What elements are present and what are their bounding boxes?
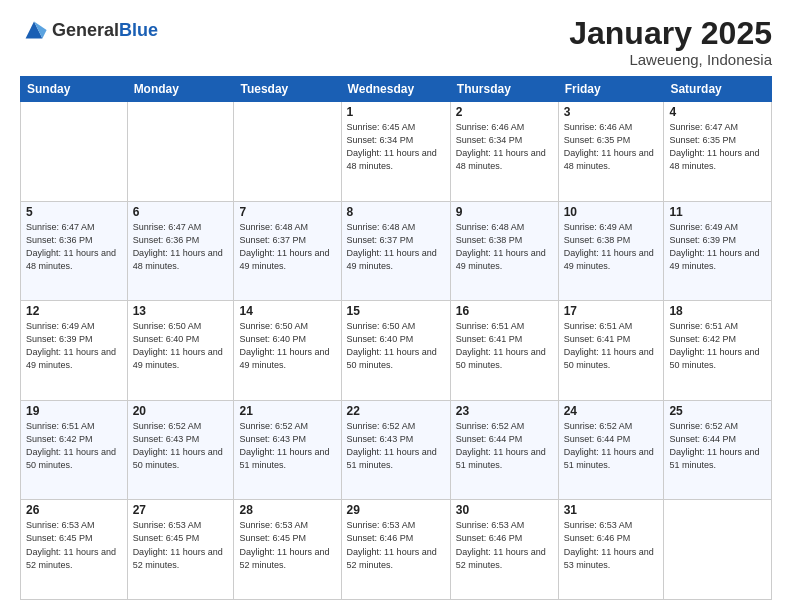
day-number: 9 bbox=[456, 205, 553, 219]
calendar-cell bbox=[234, 102, 341, 202]
day-number: 24 bbox=[564, 404, 659, 418]
calendar-cell: 31 Sunrise: 6:53 AMSunset: 6:46 PMDaylig… bbox=[558, 500, 664, 600]
calendar-cell: 20 Sunrise: 6:52 AMSunset: 6:43 PMDaylig… bbox=[127, 400, 234, 500]
weekday-header-row: Sunday Monday Tuesday Wednesday Thursday… bbox=[21, 77, 772, 102]
logo-text-blue: Blue bbox=[119, 20, 158, 40]
day-number: 18 bbox=[669, 304, 766, 318]
calendar-cell: 18 Sunrise: 6:51 AMSunset: 6:42 PMDaylig… bbox=[664, 301, 772, 401]
day-info: Sunrise: 6:50 AMSunset: 6:40 PMDaylight:… bbox=[239, 321, 329, 370]
calendar-cell: 17 Sunrise: 6:51 AMSunset: 6:41 PMDaylig… bbox=[558, 301, 664, 401]
calendar-cell: 11 Sunrise: 6:49 AMSunset: 6:39 PMDaylig… bbox=[664, 201, 772, 301]
calendar-cell: 1 Sunrise: 6:45 AMSunset: 6:34 PMDayligh… bbox=[341, 102, 450, 202]
calendar-cell: 5 Sunrise: 6:47 AMSunset: 6:36 PMDayligh… bbox=[21, 201, 128, 301]
calendar-cell: 14 Sunrise: 6:50 AMSunset: 6:40 PMDaylig… bbox=[234, 301, 341, 401]
calendar-cell: 15 Sunrise: 6:50 AMSunset: 6:40 PMDaylig… bbox=[341, 301, 450, 401]
calendar-cell: 3 Sunrise: 6:46 AMSunset: 6:35 PMDayligh… bbox=[558, 102, 664, 202]
header-thursday: Thursday bbox=[450, 77, 558, 102]
day-number: 30 bbox=[456, 503, 553, 517]
calendar-week-row: 1 Sunrise: 6:45 AMSunset: 6:34 PMDayligh… bbox=[21, 102, 772, 202]
calendar-cell: 26 Sunrise: 6:53 AMSunset: 6:45 PMDaylig… bbox=[21, 500, 128, 600]
day-info: Sunrise: 6:49 AMSunset: 6:39 PMDaylight:… bbox=[669, 222, 759, 271]
day-number: 2 bbox=[456, 105, 553, 119]
calendar-cell: 23 Sunrise: 6:52 AMSunset: 6:44 PMDaylig… bbox=[450, 400, 558, 500]
day-info: Sunrise: 6:52 AMSunset: 6:43 PMDaylight:… bbox=[239, 421, 329, 470]
calendar-cell: 28 Sunrise: 6:53 AMSunset: 6:45 PMDaylig… bbox=[234, 500, 341, 600]
day-number: 6 bbox=[133, 205, 229, 219]
logo-text-general: General bbox=[52, 20, 119, 40]
header-tuesday: Tuesday bbox=[234, 77, 341, 102]
calendar-cell: 13 Sunrise: 6:50 AMSunset: 6:40 PMDaylig… bbox=[127, 301, 234, 401]
day-number: 5 bbox=[26, 205, 122, 219]
day-info: Sunrise: 6:47 AMSunset: 6:35 PMDaylight:… bbox=[669, 122, 759, 171]
day-number: 26 bbox=[26, 503, 122, 517]
calendar-cell bbox=[21, 102, 128, 202]
day-number: 3 bbox=[564, 105, 659, 119]
logo: GeneralBlue bbox=[20, 16, 158, 44]
day-info: Sunrise: 6:51 AMSunset: 6:41 PMDaylight:… bbox=[456, 321, 546, 370]
logo-icon bbox=[20, 16, 48, 44]
calendar-cell: 19 Sunrise: 6:51 AMSunset: 6:42 PMDaylig… bbox=[21, 400, 128, 500]
day-info: Sunrise: 6:52 AMSunset: 6:43 PMDaylight:… bbox=[133, 421, 223, 470]
day-info: Sunrise: 6:52 AMSunset: 6:44 PMDaylight:… bbox=[669, 421, 759, 470]
day-info: Sunrise: 6:51 AMSunset: 6:41 PMDaylight:… bbox=[564, 321, 654, 370]
calendar-cell bbox=[127, 102, 234, 202]
day-info: Sunrise: 6:51 AMSunset: 6:42 PMDaylight:… bbox=[669, 321, 759, 370]
day-number: 31 bbox=[564, 503, 659, 517]
calendar-cell: 6 Sunrise: 6:47 AMSunset: 6:36 PMDayligh… bbox=[127, 201, 234, 301]
day-number: 12 bbox=[26, 304, 122, 318]
calendar-cell: 16 Sunrise: 6:51 AMSunset: 6:41 PMDaylig… bbox=[450, 301, 558, 401]
day-number: 8 bbox=[347, 205, 445, 219]
title-section: January 2025 Laweueng, Indonesia bbox=[569, 16, 772, 68]
day-number: 14 bbox=[239, 304, 335, 318]
day-info: Sunrise: 6:48 AMSunset: 6:37 PMDaylight:… bbox=[347, 222, 437, 271]
calendar-cell bbox=[664, 500, 772, 600]
day-number: 15 bbox=[347, 304, 445, 318]
day-number: 17 bbox=[564, 304, 659, 318]
location-title: Laweueng, Indonesia bbox=[569, 51, 772, 68]
calendar-week-row: 26 Sunrise: 6:53 AMSunset: 6:45 PMDaylig… bbox=[21, 500, 772, 600]
calendar-cell: 27 Sunrise: 6:53 AMSunset: 6:45 PMDaylig… bbox=[127, 500, 234, 600]
day-info: Sunrise: 6:47 AMSunset: 6:36 PMDaylight:… bbox=[26, 222, 116, 271]
calendar-cell: 4 Sunrise: 6:47 AMSunset: 6:35 PMDayligh… bbox=[664, 102, 772, 202]
day-number: 7 bbox=[239, 205, 335, 219]
day-number: 16 bbox=[456, 304, 553, 318]
day-number: 1 bbox=[347, 105, 445, 119]
calendar-cell: 22 Sunrise: 6:52 AMSunset: 6:43 PMDaylig… bbox=[341, 400, 450, 500]
day-number: 19 bbox=[26, 404, 122, 418]
day-info: Sunrise: 6:52 AMSunset: 6:43 PMDaylight:… bbox=[347, 421, 437, 470]
day-number: 22 bbox=[347, 404, 445, 418]
day-info: Sunrise: 6:48 AMSunset: 6:37 PMDaylight:… bbox=[239, 222, 329, 271]
day-info: Sunrise: 6:49 AMSunset: 6:39 PMDaylight:… bbox=[26, 321, 116, 370]
day-info: Sunrise: 6:46 AMSunset: 6:35 PMDaylight:… bbox=[564, 122, 654, 171]
day-number: 20 bbox=[133, 404, 229, 418]
calendar-week-row: 12 Sunrise: 6:49 AMSunset: 6:39 PMDaylig… bbox=[21, 301, 772, 401]
day-info: Sunrise: 6:53 AMSunset: 6:45 PMDaylight:… bbox=[239, 520, 329, 569]
day-info: Sunrise: 6:47 AMSunset: 6:36 PMDaylight:… bbox=[133, 222, 223, 271]
calendar-cell: 9 Sunrise: 6:48 AMSunset: 6:38 PMDayligh… bbox=[450, 201, 558, 301]
page: GeneralBlue January 2025 Laweueng, Indon… bbox=[0, 0, 792, 612]
day-info: Sunrise: 6:52 AMSunset: 6:44 PMDaylight:… bbox=[456, 421, 546, 470]
day-info: Sunrise: 6:50 AMSunset: 6:40 PMDaylight:… bbox=[133, 321, 223, 370]
day-info: Sunrise: 6:52 AMSunset: 6:44 PMDaylight:… bbox=[564, 421, 654, 470]
calendar-cell: 30 Sunrise: 6:53 AMSunset: 6:46 PMDaylig… bbox=[450, 500, 558, 600]
calendar-cell: 21 Sunrise: 6:52 AMSunset: 6:43 PMDaylig… bbox=[234, 400, 341, 500]
day-number: 27 bbox=[133, 503, 229, 517]
calendar-week-row: 19 Sunrise: 6:51 AMSunset: 6:42 PMDaylig… bbox=[21, 400, 772, 500]
day-number: 29 bbox=[347, 503, 445, 517]
calendar-week-row: 5 Sunrise: 6:47 AMSunset: 6:36 PMDayligh… bbox=[21, 201, 772, 301]
day-info: Sunrise: 6:50 AMSunset: 6:40 PMDaylight:… bbox=[347, 321, 437, 370]
day-number: 23 bbox=[456, 404, 553, 418]
calendar-cell: 25 Sunrise: 6:52 AMSunset: 6:44 PMDaylig… bbox=[664, 400, 772, 500]
day-number: 25 bbox=[669, 404, 766, 418]
day-info: Sunrise: 6:46 AMSunset: 6:34 PMDaylight:… bbox=[456, 122, 546, 171]
header-sunday: Sunday bbox=[21, 77, 128, 102]
day-number: 21 bbox=[239, 404, 335, 418]
day-info: Sunrise: 6:51 AMSunset: 6:42 PMDaylight:… bbox=[26, 421, 116, 470]
header: GeneralBlue January 2025 Laweueng, Indon… bbox=[20, 16, 772, 68]
calendar-cell: 12 Sunrise: 6:49 AMSunset: 6:39 PMDaylig… bbox=[21, 301, 128, 401]
day-info: Sunrise: 6:45 AMSunset: 6:34 PMDaylight:… bbox=[347, 122, 437, 171]
calendar-cell: 8 Sunrise: 6:48 AMSunset: 6:37 PMDayligh… bbox=[341, 201, 450, 301]
calendar-cell: 7 Sunrise: 6:48 AMSunset: 6:37 PMDayligh… bbox=[234, 201, 341, 301]
day-number: 10 bbox=[564, 205, 659, 219]
day-info: Sunrise: 6:53 AMSunset: 6:45 PMDaylight:… bbox=[26, 520, 116, 569]
